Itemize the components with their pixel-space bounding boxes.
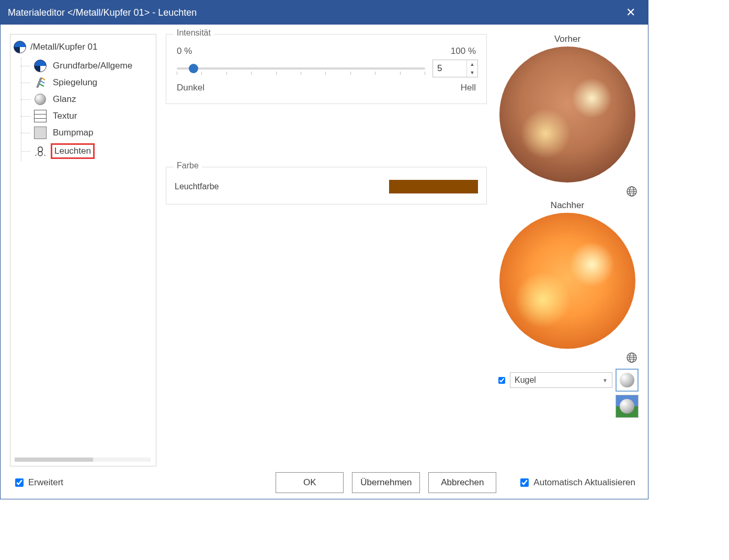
chevron-down-icon: ▼ bbox=[602, 378, 608, 383]
window-title: Materialeditor </Metall/Kupfer 01> - Leu… bbox=[8, 7, 197, 18]
sphere-icon bbox=[620, 399, 634, 414]
texture-icon bbox=[34, 110, 47, 122]
globe-icon[interactable] bbox=[626, 186, 637, 197]
titlebar: Materialeditor </Metall/Kupfer 01> - Leu… bbox=[1, 1, 648, 25]
intensity-dark-label: Dunkel bbox=[177, 83, 204, 93]
tree-root-label: /Metall/Kupfer 01 bbox=[30, 42, 98, 52]
tree-item-leuchten[interactable]: Leuchten bbox=[21, 141, 153, 161]
auto-update-checkbox-label[interactable]: Automatisch Aktualisieren bbox=[518, 477, 635, 488]
preview-shape-value: Kugel bbox=[515, 375, 536, 385]
auto-update-checkbox[interactable] bbox=[520, 478, 529, 487]
bumpmap-icon bbox=[34, 127, 47, 139]
extended-checkbox-label[interactable]: Erweitert bbox=[13, 477, 63, 488]
color-legend: Farbe bbox=[174, 161, 202, 170]
preview-before-title: Vorher bbox=[554, 34, 580, 44]
ok-button[interactable]: OK bbox=[276, 472, 344, 493]
svg-line-5 bbox=[35, 155, 37, 156]
intensity-value-input[interactable] bbox=[433, 60, 466, 77]
preview-mode-scene-button[interactable] bbox=[616, 395, 639, 418]
intensity-step-down[interactable]: ▼ bbox=[467, 68, 477, 77]
gloss-icon bbox=[34, 93, 47, 106]
preview-shape-dropdown[interactable]: Kugel ▼ bbox=[510, 372, 612, 388]
material-root-icon bbox=[14, 41, 26, 53]
preview-after-title: Nachher bbox=[551, 200, 584, 211]
svg-point-4 bbox=[38, 152, 42, 156]
tree-item-bumpmap[interactable]: Bumpmap bbox=[21, 124, 153, 141]
tree-item-grundfarbe[interactable]: Grundfarbe/Allgeme bbox=[21, 58, 153, 74]
preview-after-sphere bbox=[499, 213, 635, 349]
material-tree-panel: /Metall/Kupfer 01 Grundfarbe/Allgeme Spi… bbox=[10, 34, 156, 466]
close-icon[interactable]: ✕ bbox=[621, 4, 641, 21]
svg-line-1 bbox=[42, 78, 45, 80]
intensity-slider[interactable] bbox=[175, 61, 427, 76]
tree-item-glanz[interactable]: Glanz bbox=[21, 91, 153, 108]
mirror-icon bbox=[34, 76, 47, 89]
svg-marker-0 bbox=[37, 78, 42, 87]
preview-shape-checkbox[interactable] bbox=[498, 377, 505, 384]
intensity-group: Intensität 0 % 100 % bbox=[166, 34, 487, 104]
svg-line-3 bbox=[40, 84, 44, 86]
material-editor-window: Materialeditor </Metall/Kupfer 01> - Leu… bbox=[0, 0, 648, 499]
tree-item-textur[interactable]: Textur bbox=[21, 108, 153, 124]
base-color-icon bbox=[34, 60, 47, 72]
svg-line-6 bbox=[44, 155, 45, 156]
glow-color-swatch[interactable] bbox=[389, 180, 478, 193]
intensity-light-label: Hell bbox=[461, 83, 476, 93]
glow-color-label: Leuchtfarbe bbox=[175, 182, 219, 191]
tree-scrollbar-thumb[interactable] bbox=[15, 458, 93, 462]
dialog-footer: Erweitert OK Übernehmen Abbrechen Automa… bbox=[1, 466, 648, 499]
apply-button[interactable]: Übernehmen bbox=[352, 472, 420, 493]
preview-mode-sphere-button[interactable] bbox=[616, 369, 639, 392]
preview-before-sphere bbox=[499, 47, 635, 182]
intensity-max-label: 100 % bbox=[451, 46, 476, 56]
tree-item-spiegelung[interactable]: Spiegelung bbox=[21, 74, 153, 91]
color-group: Farbe Leuchtfarbe bbox=[166, 167, 487, 204]
intensity-step-up[interactable]: ▲ bbox=[467, 60, 477, 68]
intensity-spinbox[interactable]: ▲ ▼ bbox=[432, 60, 478, 77]
tree-root[interactable]: /Metall/Kupfer 01 bbox=[14, 41, 153, 53]
svg-line-2 bbox=[41, 81, 44, 83]
sphere-icon bbox=[620, 373, 634, 387]
globe-icon[interactable] bbox=[626, 352, 637, 363]
extended-checkbox[interactable] bbox=[15, 478, 24, 487]
cancel-button[interactable]: Abbrechen bbox=[428, 472, 496, 493]
intensity-min-label: 0 % bbox=[177, 46, 192, 56]
intensity-legend: Intensität bbox=[174, 28, 214, 38]
lamp-icon bbox=[34, 145, 47, 157]
intensity-slider-thumb[interactable] bbox=[189, 64, 198, 73]
tree-horizontal-scrollbar[interactable] bbox=[15, 458, 151, 462]
